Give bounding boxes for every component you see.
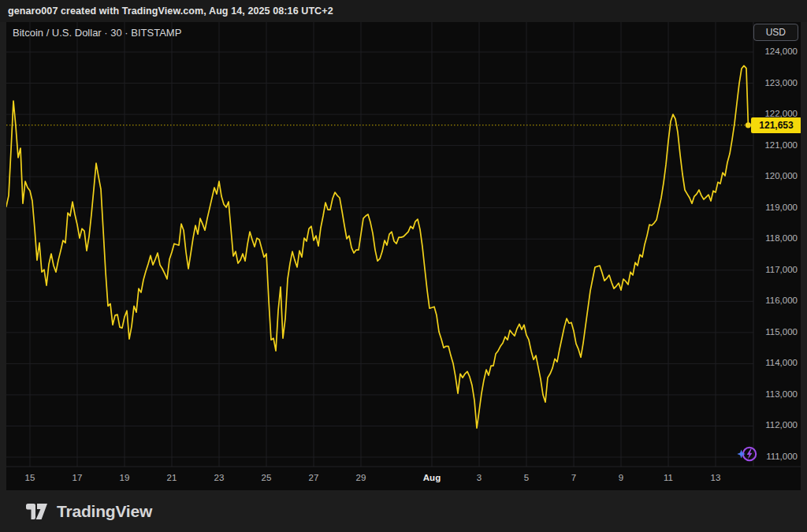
price-chart (6, 22, 801, 490)
currency-toggle-button[interactable]: USD (753, 24, 798, 41)
price-line (6, 65, 748, 428)
time-scale-label: 17 (63, 473, 91, 482)
last-price-dot (746, 122, 751, 128)
flash-circle-icon (736, 443, 760, 465)
price-scale-label: 120,000 (749, 171, 801, 180)
chart-card: Bitcoin / U.S. Dollar · 30 · BITSTAMP US… (6, 22, 801, 490)
attribution-text: genaro007 created with TradingView.com, … (8, 6, 333, 17)
flash-action-button[interactable] (736, 443, 760, 467)
price-scale-label: 112,000 (749, 420, 801, 430)
price-scale-label: 121,000 (749, 140, 801, 150)
attribution-bar: genaro007 created with TradingView.com, … (0, 0, 807, 22)
time-scale-label: 19 (110, 473, 139, 482)
time-scale-label: 5 (512, 473, 541, 482)
time-scale-label: 9 (607, 473, 635, 482)
footer-bar: TradingView (0, 490, 807, 532)
time-scale-label: 27 (299, 473, 328, 482)
price-scale-label: 118,000 (749, 233, 801, 243)
symbol-title: Bitcoin / U.S. Dollar · 30 · BITSTAMP (13, 27, 181, 39)
price-scale-label: 114,000 (749, 358, 801, 367)
time-scale-label: 15 (16, 473, 44, 482)
time-scale-label: 23 (205, 473, 233, 482)
tradingview-logo[interactable]: TradingView (24, 501, 152, 522)
time-scale-label: 21 (158, 473, 186, 482)
time-scale-label: Aug (418, 473, 446, 482)
price-scale-label: 124,000 (749, 47, 801, 56)
tradingview-logo-icon (24, 501, 48, 522)
time-scale-label: 29 (347, 473, 375, 482)
time-scale-label: 3 (465, 473, 493, 482)
brand-name: TradingView (57, 502, 152, 521)
time-scale-label: 7 (560, 473, 588, 482)
time-scale-label: 13 (701, 473, 730, 482)
price-scale-label: 123,000 (749, 78, 801, 87)
price-scale-label: 113,000 (749, 389, 801, 399)
price-scale-label: 115,000 (749, 327, 801, 337)
price-scale-label: 117,000 (749, 265, 801, 274)
time-scale-label: 25 (252, 473, 281, 482)
time-scale-label: 11 (654, 473, 682, 482)
price-scale-label: 116,000 (749, 296, 801, 305)
lightning-bolt-icon (747, 448, 753, 459)
price-scale-label: 119,000 (749, 203, 801, 212)
current-price-badge: 121,653 (751, 117, 801, 133)
